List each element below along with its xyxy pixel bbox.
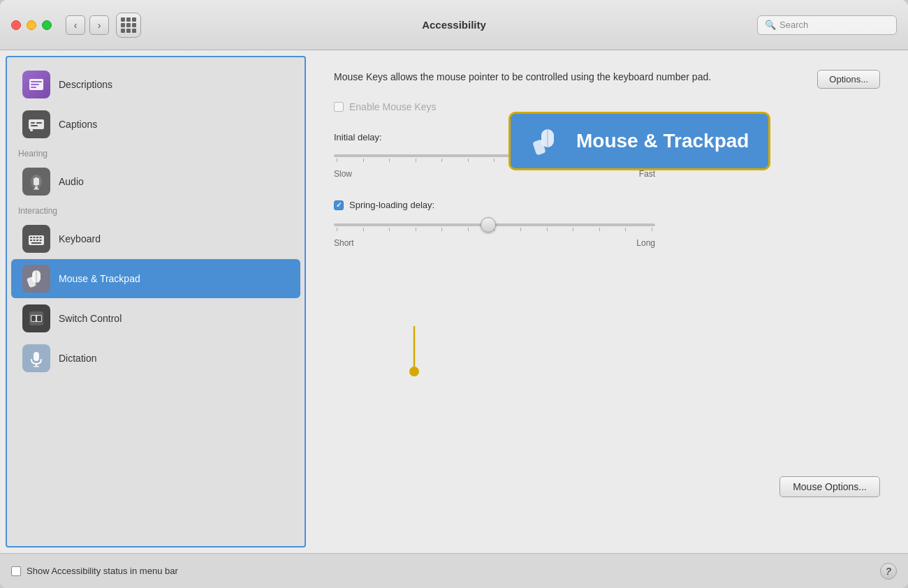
window-title: Accessibility — [422, 19, 486, 31]
accessibility-status-checkbox[interactable] — [11, 566, 21, 576]
enable-row: Enable Mouse Keys — [334, 101, 880, 112]
search-icon: 🔍 — [765, 20, 776, 30]
back-button[interactable]: ‹ — [66, 15, 85, 35]
back-icon: ‹ — [74, 20, 78, 31]
spring-loading-thumb[interactable] — [481, 217, 496, 233]
spring-loading-row: ✓ Spring-loading delay: — [334, 200, 880, 210]
nav-buttons: ‹ › — [66, 15, 109, 35]
audio-label: Audio — [59, 176, 84, 187]
right-panel: Mouse Keys allows the mouse pointer to b… — [306, 50, 908, 553]
svg-rect-14 — [34, 237, 36, 238]
mouse-trackpad-icon — [22, 265, 50, 293]
keyboard-icon — [22, 225, 50, 253]
mouse-trackpad-label: Mouse & Trackpad — [59, 273, 140, 284]
spring-loading-max: Long — [636, 238, 655, 248]
svg-rect-21 — [31, 242, 41, 244]
sidebar-item-captions[interactable]: Captions — [11, 105, 300, 144]
spring-loading-section: Short Long — [334, 214, 880, 248]
tooltip-box: Mouse & Trackpad — [508, 112, 770, 170]
grid-icon — [121, 17, 136, 33]
switch-control-icon — [22, 304, 50, 332]
svg-rect-7 — [31, 125, 38, 126]
svg-rect-4 — [29, 119, 44, 129]
main-window: ‹ › Accessibility 🔍 Search — [0, 0, 908, 588]
initial-delay-max: Fast — [639, 169, 655, 179]
sidebar-item-audio[interactable]: Audio — [11, 162, 300, 201]
dictation-label: Dictation — [59, 353, 96, 364]
sidebar-item-switch-control[interactable]: Switch Control — [11, 299, 300, 338]
sidebar-item-mouse-trackpad[interactable]: Mouse & Trackpad — [11, 259, 300, 298]
enable-label: Enable Mouse Keys — [349, 101, 437, 112]
spring-loading-labels: Short Long — [334, 238, 655, 248]
spring-loading-label: Spring-loading delay: — [349, 200, 434, 210]
options-button-row: Options... — [817, 70, 880, 89]
svg-rect-11 — [34, 189, 39, 190]
svg-rect-19 — [36, 240, 38, 241]
svg-rect-2 — [31, 84, 39, 85]
minimize-button[interactable] — [27, 20, 36, 30]
mouse-options-button[interactable]: Mouse Options... — [779, 476, 880, 497]
main-content: Descriptions Captions Hearing — [0, 50, 908, 553]
svg-rect-31 — [34, 366, 39, 367]
svg-rect-5 — [31, 122, 35, 124]
svg-rect-16 — [40, 237, 42, 238]
svg-rect-6 — [36, 122, 42, 124]
traffic-lights — [11, 20, 52, 30]
bottom-bar: Show Accessibility status in menu bar ? — [0, 553, 908, 588]
help-button[interactable]: ? — [880, 563, 897, 580]
description-text: Mouse Keys allows the mouse pointer to b… — [334, 70, 879, 84]
svg-rect-29 — [34, 352, 39, 361]
svg-point-36 — [409, 367, 419, 376]
keyboard-label: Keyboard — [59, 233, 101, 244]
tooltip-label: Mouse & Trackpad — [576, 130, 749, 152]
options-button[interactable]: Options... — [817, 70, 880, 89]
interacting-section-label: Interacting — [7, 202, 305, 219]
grid-button[interactable] — [116, 13, 141, 38]
titlebar: ‹ › Accessibility 🔍 Search — [0, 0, 908, 50]
tooltip-icon — [530, 124, 565, 159]
spring-loading-slider-container: Short Long — [334, 214, 655, 248]
svg-rect-20 — [40, 240, 42, 241]
audio-icon — [22, 168, 50, 196]
spring-loading-checkbox[interactable]: ✓ — [334, 200, 344, 210]
svg-rect-27 — [31, 316, 36, 321]
sidebar-item-dictation[interactable]: Dictation — [11, 339, 300, 378]
svg-rect-15 — [36, 237, 38, 238]
hearing-section-label: Hearing — [7, 145, 305, 161]
svg-rect-17 — [30, 240, 32, 241]
sidebar-item-keyboard[interactable]: Keyboard — [11, 219, 300, 258]
captions-icon — [22, 110, 50, 138]
dictation-icon — [22, 344, 50, 372]
svg-rect-10 — [35, 186, 38, 189]
close-button[interactable] — [11, 20, 21, 30]
sidebar: Descriptions Captions Hearing — [6, 56, 306, 547]
initial-delay-labels: Slow Fast — [334, 169, 655, 179]
svg-rect-1 — [31, 81, 42, 82]
descriptions-label: Descriptions — [59, 79, 112, 90]
svg-rect-30 — [36, 364, 37, 366]
descriptions-icon — [22, 71, 50, 98]
captions-label: Captions — [59, 119, 97, 130]
svg-rect-8 — [30, 129, 33, 131]
bottom-checkbox-row: Show Accessibility status in menu bar — [11, 566, 178, 576]
switch-control-label: Switch Control — [59, 313, 122, 324]
sidebar-item-descriptions[interactable]: Descriptions — [11, 65, 300, 104]
search-box[interactable]: 🔍 Search — [757, 15, 897, 35]
svg-rect-3 — [31, 87, 36, 88]
svg-rect-13 — [30, 237, 32, 238]
forward-icon: › — [98, 20, 101, 31]
spring-loading-min: Short — [334, 238, 354, 248]
search-placeholder: Search — [779, 20, 808, 30]
accessibility-status-label: Show Accessibility status in menu bar — [27, 566, 178, 576]
initial-delay-min: Slow — [334, 169, 352, 179]
checkmark-icon: ✓ — [336, 201, 342, 209]
enable-checkbox[interactable] — [334, 102, 344, 112]
fullscreen-button[interactable] — [42, 20, 52, 30]
initial-delay-label: Initial delay: — [334, 132, 382, 142]
svg-rect-18 — [34, 240, 36, 241]
mouse-options-row: Mouse Options... — [779, 476, 880, 497]
svg-rect-28 — [37, 316, 41, 321]
forward-button[interactable]: › — [89, 15, 109, 35]
